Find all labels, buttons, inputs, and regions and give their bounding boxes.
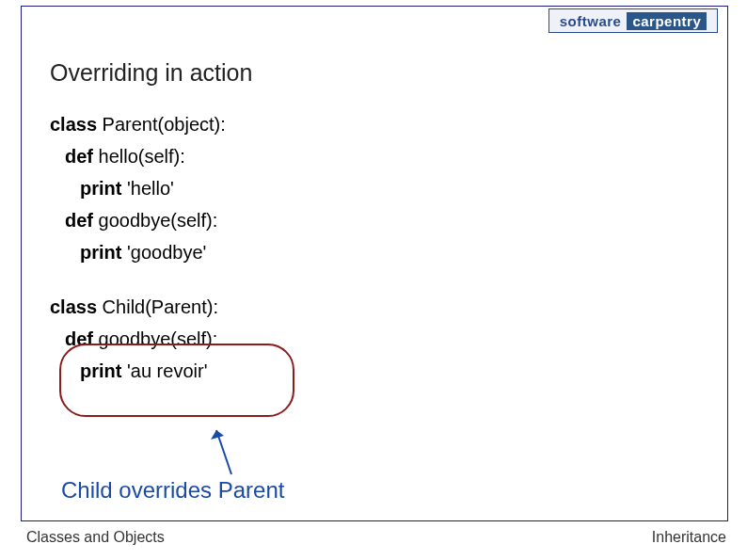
slide-title: Overriding in action [50, 59, 252, 87]
code-line-child-class: class Child(Parent): [50, 291, 226, 323]
software-carpentry-logo: software carpentry [548, 8, 718, 33]
code-line-parent-class: class Parent(object): [50, 108, 226, 140]
code-line-parent-goodbye-body: print 'goodbye' [50, 236, 226, 268]
override-note: Child overrides Parent [61, 477, 284, 504]
footer-right: Inheritance [652, 529, 726, 546]
svg-marker-1 [211, 430, 224, 440]
code-line-parent-goodbye-def: def goodbye(self): [50, 204, 226, 236]
logo-word-carpentry: carpentry [627, 12, 707, 30]
code-line-parent-hello-body: print 'hello' [50, 172, 226, 204]
slide-frame: software carpentry Overriding in action … [21, 6, 728, 521]
code-gap [50, 268, 226, 291]
footer-left: Classes and Objects [26, 529, 165, 546]
logo-word-software: software [560, 13, 622, 29]
highlight-oval [59, 344, 294, 417]
arrow-icon [205, 423, 243, 479]
code-line-parent-hello-def: def hello(self): [50, 140, 226, 172]
